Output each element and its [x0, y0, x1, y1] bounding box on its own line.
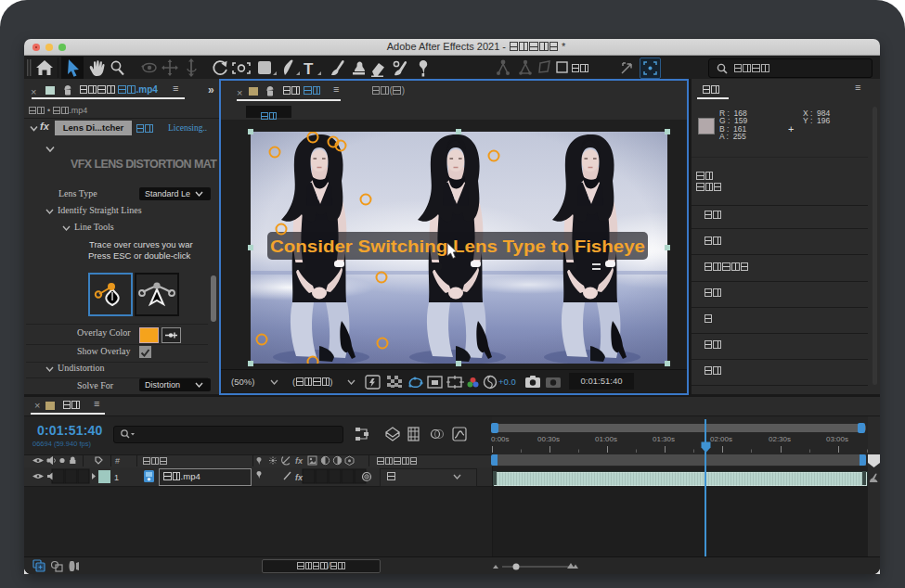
svg-text:#: #	[115, 456, 120, 466]
svg-text:1: 1	[114, 473, 119, 482]
svg-text:T: T	[304, 60, 314, 78]
svg-text:Consider Switching Lens Type t: Consider Switching Lens Type to Fisheye	[270, 237, 645, 256]
svg-text:fx: fx	[295, 456, 304, 466]
svg-text:fx: fx	[295, 473, 304, 482]
